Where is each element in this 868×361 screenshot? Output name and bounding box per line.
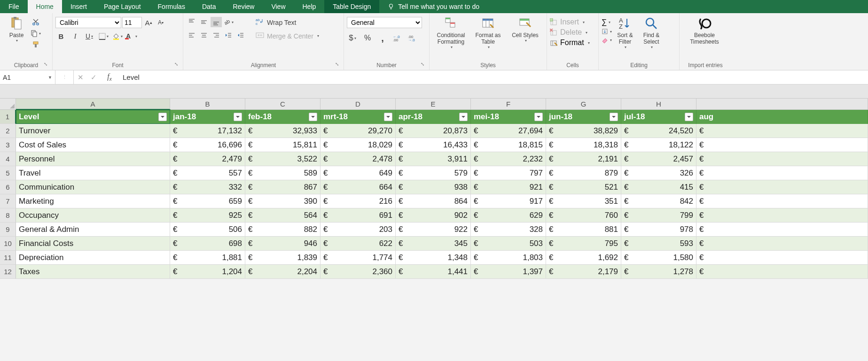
table-cell[interactable]: €664 [321, 180, 396, 194]
table-header-cell[interactable]: Level [16, 110, 170, 124]
table-cell[interactable]: €506 [170, 223, 245, 237]
column-header-G[interactable]: G [546, 99, 621, 110]
table-cell[interactable]: €649 [321, 166, 396, 180]
cancel-formula-button[interactable]: ✕ [74, 73, 87, 82]
row-header-9[interactable]: 9 [0, 223, 16, 237]
table-cell[interactable]: €2,479 [170, 152, 245, 166]
beebole-timesheets-button[interactable]: Beebole Timesheets [682, 15, 727, 46]
table-row-label[interactable]: Personnel [16, 152, 170, 166]
table-cell[interactable]: €326 [621, 166, 696, 180]
tell-me-search[interactable]: Tell me what you want to do [379, 0, 488, 13]
table-cell[interactable]: €203 [321, 223, 396, 237]
table-cell[interactable]: €351 [546, 194, 621, 208]
decrease-font-button[interactable]: A▾ [155, 17, 166, 28]
table-cell[interactable]: €15,811 [245, 138, 321, 152]
font-launcher[interactable]: ⤡ [174, 61, 181, 68]
clipboard-launcher[interactable]: ⤡ [44, 61, 50, 68]
align-bottom-button[interactable] [211, 17, 222, 27]
table-cell[interactable]: €978 [621, 223, 696, 237]
table-cell[interactable]: € [696, 251, 868, 265]
table-cell[interactable]: €2,179 [546, 265, 621, 279]
row-header-7[interactable]: 7 [0, 194, 16, 208]
font-color-button[interactable]: A▾ [126, 31, 137, 41]
row-header-2[interactable]: 2 [0, 124, 16, 138]
tab-formulas[interactable]: Formulas [149, 0, 194, 13]
increase-indent-button[interactable] [235, 30, 246, 40]
font-size-input[interactable] [122, 17, 142, 28]
align-right-button[interactable] [211, 30, 222, 40]
column-header-C[interactable]: C [245, 99, 321, 110]
table-row-label[interactable]: Cost of Sales [16, 138, 170, 152]
alignment-launcher[interactable]: ⤡ [335, 61, 342, 68]
table-cell[interactable]: €842 [621, 194, 696, 208]
table-cell[interactable]: €1,348 [396, 251, 471, 265]
enter-formula-button[interactable]: ✓ [87, 73, 100, 82]
table-cell[interactable]: € [696, 208, 868, 223]
decrease-indent-button[interactable] [223, 30, 234, 40]
filter-button[interactable] [234, 113, 242, 121]
fx-icon[interactable]: fx [100, 72, 119, 82]
table-cell[interactable]: €2,232 [471, 152, 546, 166]
percent-format-button[interactable]: % [362, 33, 373, 43]
table-cell[interactable]: € [696, 166, 868, 180]
formula-bar-input[interactable] [119, 73, 868, 81]
table-cell[interactable]: €2,478 [321, 152, 396, 166]
name-box[interactable]: A1 ▼ [0, 70, 55, 84]
table-cell[interactable]: € [696, 152, 868, 166]
tab-home[interactable]: Home [28, 0, 62, 13]
table-cell[interactable]: €503 [471, 237, 546, 251]
table-cell[interactable]: €38,829 [546, 124, 621, 138]
number-format-select[interactable]: General [347, 17, 422, 28]
fill-color-button[interactable]: ▾ [112, 31, 123, 41]
table-cell[interactable]: €1,580 [621, 251, 696, 265]
table-cell[interactable]: €799 [621, 208, 696, 223]
tab-table-design[interactable]: Table Design [324, 0, 379, 13]
table-cell[interactable]: €1,692 [546, 251, 621, 265]
table-cell[interactable]: €2,360 [321, 265, 396, 279]
table-cell[interactable]: €564 [245, 208, 321, 223]
row-header-8[interactable]: 8 [0, 208, 16, 223]
column-header-E[interactable]: E [396, 99, 471, 110]
orientation-button[interactable]: ab▾ [223, 17, 234, 27]
table-cell[interactable]: €760 [546, 208, 621, 223]
table-row-label[interactable]: Travel [16, 166, 170, 180]
table-cell[interactable]: €691 [321, 208, 396, 223]
table-cell[interactable]: €18,122 [621, 138, 696, 152]
table-cell[interactable]: €24,520 [621, 124, 696, 138]
table-cell[interactable]: €917 [471, 194, 546, 208]
tab-page-layout[interactable]: Page Layout [95, 0, 149, 13]
table-cell[interactable]: € [696, 124, 868, 138]
table-cell[interactable]: €589 [245, 166, 321, 180]
table-cell[interactable]: €2,204 [245, 265, 321, 279]
table-cell[interactable]: €867 [245, 180, 321, 194]
table-cell[interactable]: €20,873 [396, 124, 471, 138]
filter-button[interactable] [610, 113, 618, 121]
table-cell[interactable]: €1,803 [471, 251, 546, 265]
table-cell[interactable]: €415 [621, 180, 696, 194]
table-cell[interactable]: €879 [546, 166, 621, 180]
font-name-select[interactable]: Calibri [55, 17, 121, 28]
table-row-label[interactable]: Marketing [16, 194, 170, 208]
row-header-5[interactable]: 5 [0, 166, 16, 180]
table-cell[interactable]: €328 [471, 223, 546, 237]
row-header-1[interactable]: 1 [0, 110, 16, 124]
column-header-partial[interactable] [696, 99, 868, 110]
insert-cells-button[interactable]: Insert▾ [550, 18, 585, 26]
table-header-cell[interactable]: mei-18 [471, 110, 546, 124]
table-cell[interactable]: €922 [396, 223, 471, 237]
align-left-button[interactable] [186, 30, 197, 40]
sort-filter-button[interactable]: AZ Sort & Filter▾ [612, 15, 638, 50]
row-header-11[interactable]: 11 [0, 251, 16, 265]
table-cell[interactable]: €1,774 [321, 251, 396, 265]
table-cell[interactable]: €1,881 [170, 251, 245, 265]
table-header-cell[interactable]: aug [696, 110, 868, 124]
row-header-6[interactable]: 6 [0, 180, 16, 194]
table-cell[interactable]: €557 [170, 166, 245, 180]
clear-button[interactable]: ▾ [602, 37, 612, 43]
table-cell[interactable]: €579 [396, 166, 471, 180]
delete-cells-button[interactable]: Delete▾ [550, 28, 587, 37]
wrap-text-button[interactable]: abc Wrap Text [253, 17, 322, 28]
column-header-B[interactable]: B [170, 99, 245, 110]
align-middle-button[interactable] [198, 17, 210, 27]
fill-button[interactable]: ▾ [602, 28, 612, 35]
